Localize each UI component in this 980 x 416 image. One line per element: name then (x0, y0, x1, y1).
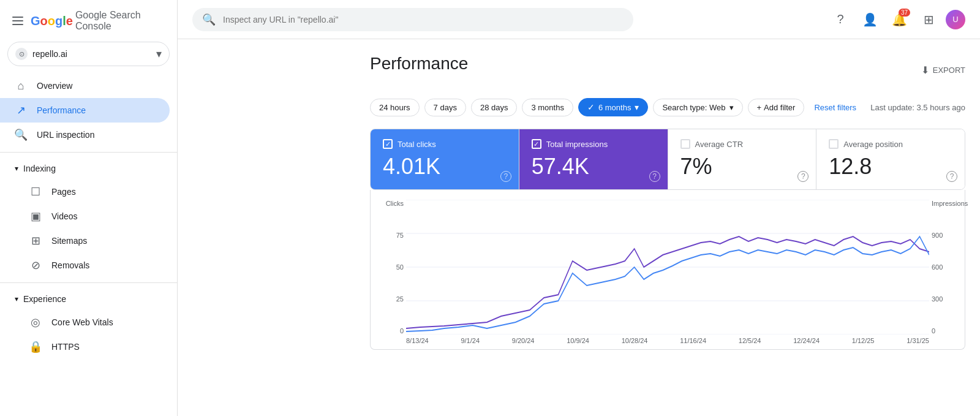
reset-filters-button[interactable]: Reset filters (809, 99, 861, 116)
filter-24h-button[interactable]: 24 hours (370, 99, 420, 116)
sidebar-item-pages[interactable]: ☐ Pages (0, 180, 170, 204)
help-icon: ? (837, 12, 843, 26)
total-impressions-label: Total impressions (546, 140, 608, 149)
pages-icon: ☐ (29, 186, 42, 198)
user-avatar[interactable]: U (946, 10, 965, 29)
filter-28d-button[interactable]: 28 days (471, 99, 518, 116)
check-icon: ✓ (587, 102, 595, 112)
sidebar-item-overview[interactable]: ⌂ Overview (0, 74, 170, 98)
total-impressions-checkbox: ✓ (532, 139, 541, 149)
total-clicks-card[interactable]: ✓ Total clicks 4.01K ? (371, 129, 519, 189)
search-type-filter[interactable]: Search type: Web ▾ (653, 99, 742, 116)
active-filter-label: 6 months (598, 103, 631, 112)
total-impressions-help-icon[interactable]: ? (649, 171, 660, 182)
sidebar-item-sitemaps[interactable]: ⊞ Sitemaps (0, 229, 170, 253)
sidebar-item-label: URL inspection (37, 130, 94, 140)
total-clicks-label: Total clicks (398, 140, 436, 149)
sidebar-item-label: Overview (37, 81, 72, 91)
sidebar-item-label: Core Web Vitals (51, 317, 113, 327)
sidebar-item-performance[interactable]: ↗ Performance (0, 98, 170, 123)
collapse-icon: ▾ (15, 295, 18, 303)
sidebar-item-label: Sitemaps (51, 236, 87, 246)
clicks-line (406, 236, 929, 331)
filter-6m-button[interactable]: ✓ 6 months ▾ (578, 98, 648, 116)
sidebar: Google Google Search Console ⊙ repello.a… (0, 0, 178, 416)
apps-button[interactable]: ⊞ (916, 7, 941, 32)
trending-up-icon: ↗ (15, 104, 27, 116)
total-clicks-help-icon[interactable]: ? (500, 171, 511, 182)
sidebar-item-label: Videos (51, 211, 78, 221)
export-label: EXPORT (933, 66, 965, 75)
avg-position-card[interactable]: Average position 12.8 ? (816, 129, 965, 189)
site-selector[interactable]: ⊙ repello.ai ▾ (7, 42, 170, 66)
notifications-button[interactable]: 🔔 37 (887, 7, 911, 32)
url-search-input[interactable] (223, 15, 624, 25)
app-name-label: Google Search Console (75, 10, 167, 32)
sidebar-item-label: Removals (51, 260, 89, 270)
removals-icon: ⊘ (29, 259, 42, 271)
search-type-label: Search type: Web (662, 103, 725, 112)
total-impressions-card[interactable]: ✓ Total impressions 57.4K ? (519, 129, 668, 189)
chart-right-title: Impressions (932, 200, 968, 207)
videos-icon: ▣ (29, 210, 42, 222)
avg-ctr-card[interactable]: Average CTR 7% ? (668, 129, 817, 189)
total-impressions-value: 57.4K (532, 154, 655, 180)
add-filter-label: Add filter (764, 103, 795, 112)
sidebar-section-label: Indexing (23, 164, 56, 173)
nav-divider-2 (0, 282, 177, 283)
collapse-icon: ▾ (15, 164, 18, 173)
avg-ctr-value: 7% (680, 154, 804, 180)
chart-x-labels: 8/13/24 9/1/24 9/20/24 10/9/24 10/28/24 … (380, 337, 955, 344)
search-icon: 🔍 (202, 13, 216, 26)
avg-ctr-help-icon[interactable]: ? (797, 171, 809, 182)
hamburger-menu-icon[interactable] (10, 14, 26, 28)
site-name: repello.ai (32, 49, 151, 59)
sidebar-item-core-web-vitals[interactable]: ◎ Core Web Vitals (0, 310, 170, 335)
sidebar-header: Google Google Search Console (0, 5, 177, 42)
sidebar-section-indexing[interactable]: ▾ Indexing (0, 157, 177, 180)
main-content: Performance ⬇ EXPORT 24 hours 7 days 28 … (355, 39, 980, 416)
sidebar-item-label: Performance (37, 105, 86, 115)
nav-divider-1 (0, 152, 177, 153)
sidebar-section-experience[interactable]: ▾ Experience (0, 288, 177, 310)
sidebar-section-label: Experience (23, 294, 66, 304)
sitemaps-icon: ⊞ (29, 235, 42, 247)
chevron-down-icon: ▾ (729, 103, 734, 112)
avg-position-help-icon[interactable]: ? (946, 171, 957, 182)
filter-7d-button[interactable]: 7 days (424, 99, 466, 116)
last-update-text: Last update: 3.5 hours ago (870, 103, 965, 112)
download-icon: ⬇ (921, 64, 929, 76)
add-icon: + (757, 103, 762, 112)
people-icon: 👤 (862, 12, 878, 27)
avg-ctr-label: Average CTR (695, 140, 744, 149)
topbar: 🔍 ? 👤 🔔 37 ⊞ U (178, 0, 980, 39)
sidebar-item-url-inspection[interactable]: 🔍 URL inspection (0, 123, 170, 147)
chart-area: Clicks 75 50 25 0 (370, 190, 965, 350)
apps-icon: ⊞ (924, 12, 934, 27)
home-icon: ⌂ (15, 80, 27, 92)
impressions-line (406, 236, 929, 328)
avg-position-value: 12.8 (829, 154, 952, 180)
chevron-down-icon: ▾ (156, 47, 162, 61)
chart-left-title: Clicks (386, 200, 404, 207)
performance-chart (406, 200, 929, 335)
notification-count: 37 (899, 9, 910, 17)
sidebar-item-label: HTTPS (51, 342, 80, 352)
sidebar-item-https[interactable]: 🔒 HTTPS (0, 335, 170, 359)
total-clicks-checkbox: ✓ (383, 139, 393, 149)
sidebar-item-removals[interactable]: ⊘ Removals (0, 253, 170, 278)
sidebar-item-videos[interactable]: ▣ Videos (0, 204, 170, 229)
filter-3m-button[interactable]: 3 months (522, 99, 573, 116)
people-button[interactable]: 👤 (858, 7, 882, 32)
url-search-bar[interactable]: 🔍 (192, 8, 633, 31)
app-logo: Google Google Search Console (31, 10, 167, 32)
avg-ctr-checkbox (680, 139, 690, 149)
total-clicks-value: 4.01K (383, 154, 507, 180)
search-icon: 🔍 (15, 129, 27, 141)
dropdown-arrow-icon: ▾ (635, 102, 639, 112)
page-title: Performance (370, 54, 468, 74)
sidebar-item-label: Pages (51, 187, 76, 197)
export-button[interactable]: ⬇ EXPORT (921, 64, 965, 76)
add-filter-button[interactable]: + Add filter (748, 99, 805, 116)
help-button[interactable]: ? (828, 7, 853, 32)
